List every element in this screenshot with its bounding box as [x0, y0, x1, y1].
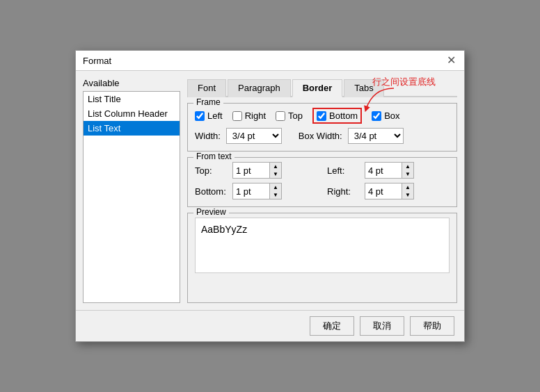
format-dialog: Format ✕ Available List Title List Colum…: [75, 50, 465, 342]
top-field-row: Top: ▲ ▼: [195, 162, 317, 179]
frame-checkboxes: Left Right Top Bottom: [195, 108, 450, 124]
top-decrement-btn[interactable]: ▼: [270, 170, 281, 178]
right-checkbox-label: Right: [245, 111, 266, 121]
dialog-footer: 确定 取消 帮助: [76, 310, 464, 341]
dialog-title: Format: [83, 56, 111, 66]
preview-content: AaBbYyZz: [195, 218, 450, 273]
left-decrement-btn[interactable]: ▼: [402, 170, 413, 178]
title-bar: Format ✕: [76, 51, 464, 71]
right-panel: Font Paragraph Border Tabs Frame 行之间设置底线: [187, 78, 457, 303]
tab-tabs[interactable]: Tabs: [344, 79, 383, 97]
box-checkbox[interactable]: [372, 111, 381, 121]
width-row: Width: 3/4 pt 1/4 pt 1/2 pt 1 pt 2 pt Bo…: [195, 128, 450, 144]
cancel-button[interactable]: 取消: [360, 316, 404, 336]
list-item[interactable]: List Title: [84, 92, 180, 106]
from-text-grid: Top: ▲ ▼ Left:: [195, 162, 450, 199]
frame-section: Frame 行之间设置底线: [187, 103, 457, 152]
close-button[interactable]: ✕: [445, 55, 457, 66]
bottom-input[interactable]: [232, 183, 270, 199]
top-checkbox[interactable]: [276, 111, 285, 121]
box-width-select[interactable]: 3/4 pt 1/4 pt 1/2 pt 1 pt 2 pt: [348, 128, 404, 144]
style-list: List Title List Column Header List Text: [83, 91, 180, 303]
bottom-increment-btn[interactable]: ▲: [270, 183, 281, 191]
width-label: Width:: [195, 131, 221, 141]
right-input[interactable]: [365, 183, 402, 199]
top-from-label: Top:: [195, 165, 228, 176]
left-checkbox-item: Left: [195, 111, 223, 121]
bottom-from-label: Bottom:: [195, 186, 228, 197]
right-spinner-buttons: ▲ ▼: [402, 183, 414, 199]
tab-font[interactable]: Font: [187, 79, 226, 97]
right-field-row: Right: ▲ ▼: [327, 183, 450, 199]
bottom-highlight-box: Bottom: [312, 108, 362, 124]
from-text-section: From text Top: ▲ ▼ Left:: [187, 157, 457, 207]
tab-bar: Font Paragraph Border Tabs: [187, 78, 457, 97]
left-from-label: Left:: [327, 165, 360, 176]
right-spinner: ▲ ▼: [365, 183, 414, 199]
bottom-decrement-btn[interactable]: ▼: [270, 191, 281, 199]
top-spinner-buttons: ▲ ▼: [270, 162, 282, 179]
left-input[interactable]: [365, 162, 402, 179]
tab-paragraph[interactable]: Paragraph: [228, 79, 291, 97]
dialog-body: Available List Title List Column Header …: [76, 71, 464, 310]
width-select[interactable]: 3/4 pt 1/4 pt 1/2 pt 1 pt 2 pt: [226, 128, 282, 144]
preview-section: Preview AaBbYyZz: [187, 213, 457, 303]
preview-section-label: Preview: [193, 207, 229, 217]
right-checkbox-item: Right: [232, 111, 266, 121]
bottom-spinner-buttons: ▲ ▼: [270, 183, 282, 199]
tab-border[interactable]: Border: [292, 79, 343, 97]
left-checkbox[interactable]: [195, 111, 205, 121]
bottom-checkbox-item: Bottom: [317, 111, 358, 121]
top-checkbox-label: Top: [288, 111, 303, 121]
box-checkbox-item: Box: [372, 111, 399, 121]
help-button[interactable]: 帮助: [410, 316, 454, 336]
frame-section-label: Frame: [193, 97, 223, 107]
preview-text: AaBbYyZz: [201, 224, 247, 235]
right-from-label: Right:: [327, 186, 360, 197]
list-item[interactable]: List Column Header: [84, 106, 180, 121]
from-text-label: From text: [193, 152, 235, 161]
left-checkbox-label: Left: [207, 111, 223, 121]
available-label: Available: [83, 78, 180, 88]
left-spinner: ▲ ▼: [365, 162, 414, 179]
right-checkbox[interactable]: [232, 111, 242, 121]
top-increment-btn[interactable]: ▲: [270, 163, 281, 170]
bottom-field-row: Bottom: ▲ ▼: [195, 183, 317, 199]
box-checkbox-label: Box: [384, 111, 399, 121]
bottom-checkbox[interactable]: [317, 111, 326, 121]
list-item-selected[interactable]: List Text: [84, 121, 180, 136]
left-panel: Available List Title List Column Header …: [83, 78, 180, 303]
ok-button[interactable]: 确定: [310, 316, 354, 336]
top-input[interactable]: [232, 162, 270, 179]
top-checkbox-item: Top: [276, 111, 303, 121]
left-field-row: Left: ▲ ▼: [327, 162, 450, 179]
bottom-spinner: ▲ ▼: [232, 183, 282, 199]
top-spinner: ▲ ▼: [232, 162, 282, 179]
left-increment-btn[interactable]: ▲: [402, 163, 413, 170]
right-increment-btn[interactable]: ▲: [402, 183, 413, 191]
bottom-checkbox-label: Bottom: [329, 111, 358, 121]
left-spinner-buttons: ▲ ▼: [402, 162, 414, 179]
right-decrement-btn[interactable]: ▼: [402, 191, 413, 199]
box-width-label: Box Width:: [299, 131, 342, 141]
